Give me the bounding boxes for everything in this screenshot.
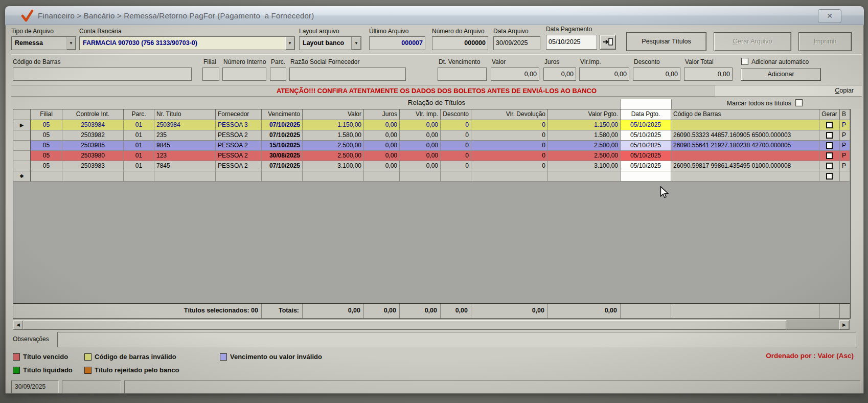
horizontal-scrollbar[interactable]: ◀ ▶ <box>13 320 850 330</box>
gerar-checkbox[interactable] <box>826 122 833 128</box>
gerar-checkbox[interactable] <box>826 152 833 159</box>
grid-cell-valor_pgto: 1.150,00 <box>548 120 621 130</box>
legend-swatch-icon <box>84 367 92 374</box>
close-button[interactable]: ✕ <box>818 9 841 23</box>
grid-header-data_pgto[interactable]: Data Pgto. <box>621 109 671 120</box>
grid-cell-valor: 2.500,00 <box>303 151 364 161</box>
gerar-checkbox[interactable] <box>826 163 833 169</box>
grid-cell-barcode <box>671 171 819 182</box>
gerar-checkbox[interactable] <box>826 142 833 149</box>
grid-cell-gerar[interactable] <box>819 141 840 151</box>
grid-header-valor_pgto[interactable]: Valor Pgto. <box>548 109 621 120</box>
grid-header-filial[interactable]: Filial <box>31 109 62 120</box>
grid-row[interactable]: 052503985019845PESSOA 215/10/20252.500,0… <box>13 141 850 151</box>
grid-cell-controle: 2503983 <box>62 161 124 171</box>
statusbar-date: 30/09/2025 <box>11 380 59 393</box>
grid-header-titulo[interactable]: Nr. Título <box>154 109 216 120</box>
grid-cell-valor: 2.500,00 <box>303 141 364 151</box>
grid-cell-vlr_imp: 0,00 <box>400 151 441 161</box>
data-arquivo-field[interactable]: 30/09/2025 <box>493 36 540 50</box>
screen: Financeiro > Bancário > Remessa/Retorno … <box>0 0 868 403</box>
data-pagamento-field[interactable]: 05/10/2025 <box>546 35 597 50</box>
grid-header-desconto[interactable]: Desconto <box>441 109 471 120</box>
chevron-down-icon[interactable]: ▼ <box>351 37 361 50</box>
grid-header-parc[interactable]: Parc. <box>124 109 154 120</box>
observacoes-input[interactable] <box>57 332 856 347</box>
grid-cell-devolucao: 0 <box>471 141 548 151</box>
grid-header-devolucao[interactable]: Vlr. Devolução <box>471 109 548 120</box>
grid-header-fornecedor[interactable]: Fornecedor <box>216 109 262 120</box>
grid-row[interactable]: ▶052503984012503984PESSOA 307/10/20251.1… <box>13 120 850 130</box>
grid-cell-vlr_imp <box>400 171 441 182</box>
grid-cell-controle: 2503985 <box>62 141 124 151</box>
dt-vencimento-label: Dt. Vencimento <box>439 58 480 65</box>
grid-header-valor[interactable]: Valor <box>303 109 364 120</box>
grid-header-controle[interactable]: Controle Int. <box>62 109 124 120</box>
grid-header-juros[interactable]: Juros <box>364 109 400 120</box>
adicionar-button[interactable]: Adicionar <box>741 68 821 81</box>
grid-row[interactable]: 05250398001123PESSOA 230/08/20252.500,00… <box>13 151 850 161</box>
tipo-arquivo-select[interactable]: Remessa ▼ <box>11 36 76 50</box>
grid-header-barcode[interactable]: Código de Barras <box>671 109 819 120</box>
filial-input[interactable] <box>202 68 219 81</box>
ultimo-arquivo-field[interactable]: 000007 <box>369 36 425 50</box>
scroll-left-icon[interactable]: ◀ <box>13 320 23 329</box>
grid-body: ▶052503984012503984PESSOA 307/10/20251.1… <box>13 120 850 182</box>
grid-cell-gerar[interactable] <box>819 130 840 141</box>
grid-cell-parc: 01 <box>124 130 154 141</box>
copiar-button[interactable]: Copiar <box>715 85 862 97</box>
grid-cell-valor_pgto <box>548 171 621 182</box>
dt-vencimento-input[interactable] <box>438 68 487 81</box>
gerar-checkbox[interactable] <box>826 132 833 139</box>
juros-input[interactable]: 0,00 <box>543 68 576 81</box>
grid-row[interactable]: 052503983017845PESSOA 207/10/20253.100,0… <box>13 161 850 171</box>
grid-cell-filial <box>31 171 62 182</box>
codigo-barras-input[interactable] <box>13 68 192 81</box>
legend-swatch-icon <box>84 353 92 361</box>
vlr-imp-input[interactable]: 0,00 <box>579 68 629 81</box>
desconto-input[interactable]: 0,00 <box>633 68 680 81</box>
gerar-arquivo-button[interactable]: Gerar Arquivo <box>714 32 791 51</box>
grid-cell-valor: 3.100,00 <box>303 161 364 171</box>
parc-input[interactable] <box>270 68 286 81</box>
grid-cell-titulo: 2503984 <box>154 120 216 130</box>
conta-bancaria-label: Conta Bancária <box>79 28 122 35</box>
chevron-down-icon[interactable]: ▼ <box>66 37 76 50</box>
grid-cell-gerar[interactable] <box>819 151 840 161</box>
totals-desconto: 0,00 <box>441 304 471 318</box>
grid-header-gerar[interactable]: Gerar <box>819 109 840 120</box>
grid-cell-fornecedor <box>216 171 262 182</box>
grid-cell-valor_pgto: 2.500,00 <box>548 151 621 161</box>
numero-interno-label: Número Interno <box>223 58 266 65</box>
scroll-right-icon[interactable]: ▶ <box>839 320 849 329</box>
apply-date-button[interactable] <box>600 35 616 50</box>
grid-row[interactable]: ✱ <box>13 171 850 182</box>
chevron-down-icon[interactable]: ▼ <box>285 37 294 50</box>
grid-header-vencimento[interactable]: Vencimento <box>262 109 303 120</box>
grid-cell-devolucao: 0 <box>471 130 548 141</box>
grid-row[interactable]: 05250398201235PESSOA 207/10/20251.580,00… <box>13 130 850 141</box>
grid-cell-gerar[interactable] <box>819 161 840 171</box>
grid-cell-data_pgto: 05/10/2025 <box>621 130 671 141</box>
grid-cell-gerar[interactable] <box>819 120 840 130</box>
window-title: Financeiro > Bancário > Remessa/Retorno … <box>38 11 314 20</box>
valor-input[interactable]: 0,00 <box>491 68 539 81</box>
numero-interno-input[interactable] <box>222 68 266 81</box>
numero-arquivo-field[interactable]: 000000 <box>432 36 488 50</box>
conta-bancaria-select[interactable]: FARMACIA 907030 (756 3133/90703-0) ▼ <box>79 36 295 50</box>
pesquisar-titulos-button[interactable]: Pesquisar Títulos <box>626 32 706 51</box>
marcar-todos-checkbox[interactable] <box>795 99 803 106</box>
grid-header-banco[interactable]: B <box>840 109 850 120</box>
adicionar-automatico-checkbox[interactable] <box>741 58 748 65</box>
grid-header-vlr_imp[interactable]: Vlr. Imp. <box>400 109 441 120</box>
grid-cell-juros: 0,00 <box>364 130 400 141</box>
gerar-checkbox[interactable] <box>826 173 833 180</box>
layout-arquivo-select[interactable]: Layout banco ▼ <box>299 36 361 50</box>
grid-cell-filial: 05 <box>31 161 62 171</box>
imprimir-button[interactable]: Imprimir <box>798 32 852 51</box>
scrollbar-thumb[interactable] <box>24 320 786 329</box>
valor-total-input[interactable]: 0,00 <box>684 68 733 81</box>
razao-social-input[interactable] <box>289 68 406 81</box>
grid-cell-juros <box>364 171 400 182</box>
grid-cell-gerar[interactable] <box>819 171 840 182</box>
